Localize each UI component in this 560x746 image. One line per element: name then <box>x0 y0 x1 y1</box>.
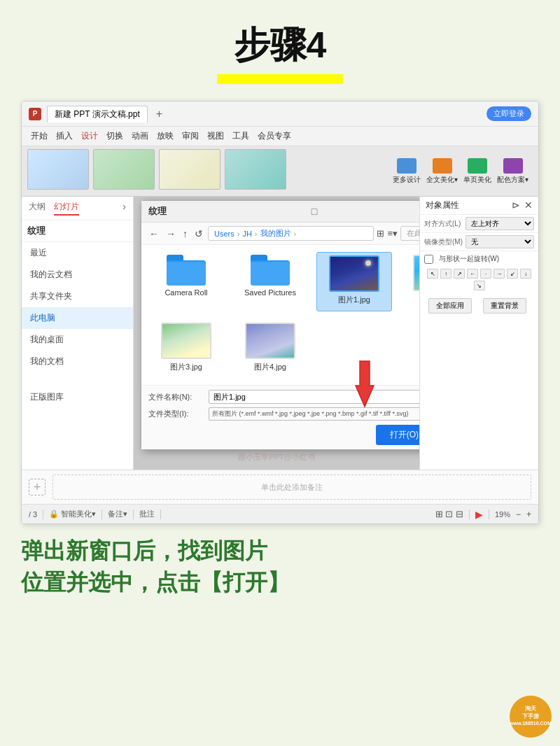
sort-icon[interactable]: ≡▾ <box>387 228 398 239</box>
arrow-left[interactable]: ← <box>467 269 478 279</box>
path-part-pictures[interactable]: 我的图片 <box>260 228 291 239</box>
tab-insert[interactable]: 插入 <box>52 129 76 143</box>
arrow-downright[interactable]: ↘ <box>474 281 485 290</box>
address-path[interactable]: Users › JH › 我的图片 › <box>208 226 374 241</box>
address-search[interactable]: 在此电脑中搜索 <box>400 226 419 241</box>
zoom-minus-btn[interactable]: − <box>516 509 521 519</box>
beautify-all-btn[interactable]: 全文美化▾ <box>426 158 458 185</box>
sidebar-item-library[interactable]: 正版图库 <box>22 386 133 408</box>
status-sep6 <box>489 509 489 519</box>
rotate-checkbox[interactable] <box>424 255 433 264</box>
thumb2[interactable] <box>93 149 155 190</box>
mirror-type-label: 镜像类型(M) <box>424 237 463 247</box>
file-item-img1[interactable]: 图片1.jpg <box>316 252 392 311</box>
nav-up-btn[interactable]: ↑ <box>181 228 190 239</box>
close-rsp-icon[interactable]: ✕ <box>524 199 533 211</box>
sidebar-item-shared[interactable]: 共享文件夹 <box>22 286 133 307</box>
sidebar-item-recent[interactable]: 最近 <box>22 242 133 264</box>
tab-start[interactable]: 开始 <box>27 129 51 143</box>
texture-label: 纹理 <box>22 220 133 242</box>
arrow-right[interactable]: → <box>493 269 505 279</box>
notes-btn[interactable]: 备注▾ <box>108 509 127 519</box>
tab-transition[interactable]: 切换 <box>103 129 127 143</box>
tab-slides[interactable]: 幻灯片 <box>54 201 79 216</box>
align-style-select[interactable]: 左上对齐 <box>465 217 534 230</box>
ribbon-menu: 开始 插入 设计 切换 动画 放映 审阅 视图 工具 会员专享 <box>27 129 295 143</box>
tab-slideshow[interactable]: 放映 <box>153 129 177 143</box>
filename-input[interactable] <box>209 390 419 404</box>
file-item-img2[interactable]: 图片2.jpg <box>400 252 419 311</box>
arrow-upright[interactable]: ↗ <box>454 269 465 279</box>
sidebar-item-desktop[interactable]: 我的桌面 <box>22 329 133 351</box>
comment-btn[interactable]: 批注 <box>139 509 155 519</box>
align-style-label: 对齐方式(L) <box>424 219 463 229</box>
pin-icon[interactable]: ⊳ <box>512 199 520 211</box>
file-item-img3[interactable]: 图片3.jpg <box>148 320 224 378</box>
play-btn[interactable]: ▶ <box>475 509 483 520</box>
nav-refresh-btn[interactable]: ↺ <box>192 228 205 239</box>
tab-view[interactable]: 视图 <box>204 129 227 143</box>
svg-marker-0 <box>356 361 374 407</box>
more-design-btn[interactable]: 更多设计 <box>393 158 421 185</box>
file-item-saved-pictures[interactable]: Saved Pictures <box>232 252 308 311</box>
panel-arrow[interactable]: › <box>122 201 126 216</box>
dialog-min-icon[interactable]: □ <box>312 206 317 217</box>
layout-icons[interactable]: ⊞ <box>377 228 384 239</box>
filetype-select[interactable]: 所有图片 (*.emf *.wmf *.jpg *.jpeg *.jpe *.p… <box>209 407 419 421</box>
file-name: 新建 PPT 演示文稿.ppt <box>47 106 148 122</box>
apply-all-button[interactable]: 全部应用 <box>428 298 472 314</box>
reset-bg-button[interactable]: 重置背景 <box>483 298 526 314</box>
view-icons: ⊞ ⊡ ⊟ <box>435 509 463 519</box>
arrow-center[interactable]: · <box>480 269 491 279</box>
rsp-icon-buttons: ⊳ ✕ <box>512 199 533 211</box>
beautify-page-btn[interactable]: 单页美化 <box>463 158 491 185</box>
thumb4[interactable] <box>225 149 286 190</box>
smart-btn[interactable]: 🔒 智能美化▾ <box>49 509 96 519</box>
path-sep2: › <box>255 230 258 238</box>
thumb3[interactable] <box>159 149 220 190</box>
status-sep4 <box>160 509 161 519</box>
dialog-buttons: 打开(O) 取消 <box>148 425 419 445</box>
tab-design[interactable]: 设计 <box>78 129 102 143</box>
arrow-up[interactable]: ↑ <box>440 269 451 279</box>
sidebar-item-computer[interactable]: 此电脑 <box>22 307 133 329</box>
tab-animation[interactable]: 动画 <box>128 129 152 143</box>
tab-member[interactable]: 会员专享 <box>254 129 295 143</box>
file-item-img4[interactable]: 图片4.jpg <box>232 320 308 378</box>
img3-thumb <box>161 323 211 359</box>
thumb1[interactable] <box>27 149 89 190</box>
apply-reset-row: 全部应用 重置背景 <box>420 293 538 319</box>
main-content: 大纲 幻灯片 › 纹理 最近 我的云文档 共享文件夹 此电脑 我的桌面 我的文档… <box>22 197 538 470</box>
nav-back-btn[interactable]: ← <box>147 228 161 239</box>
arrow-upleft[interactable]: ↖ <box>427 269 438 279</box>
tab-outline[interactable]: 大纲 <box>29 201 46 216</box>
tab-tools[interactable]: 工具 <box>229 129 253 143</box>
slide-thumbnails-row: 更多设计 全文美化▾ 单页美化 配色方案▾ <box>22 146 538 197</box>
address-bar: ← → ↑ ↺ Users › JH › 我的图片 › ⊞ ≡▾ 在此电脑中搜索 <box>141 223 419 245</box>
instruction-line2: 位置并选中，点击【打开】 <box>21 567 539 598</box>
mirror-type-select[interactable]: 无 <box>465 235 534 248</box>
path-part-jh[interactable]: JH <box>242 230 251 238</box>
color-scheme-btn[interactable]: 配色方案▾ <box>497 158 528 185</box>
nav-forward-btn[interactable]: → <box>164 228 178 239</box>
step-title: 步骤4 <box>234 21 327 70</box>
arrow-downleft[interactable]: ↙ <box>507 269 518 279</box>
img4-thumb <box>245 323 295 359</box>
file-item-camera-roll[interactable]: Camera Roll <box>148 252 224 311</box>
folder-icon-camera <box>167 255 206 286</box>
red-arrow <box>346 358 384 413</box>
slide-notes-placeholder[interactable]: 单击此处添加备注 <box>52 474 531 500</box>
arrow-down[interactable]: ↓ <box>520 269 531 279</box>
align-style-row: 对齐方式(L) 左上对齐 <box>420 215 538 233</box>
tab-review[interactable]: 审阅 <box>178 129 202 143</box>
zoom-plus-btn[interactable]: + <box>526 509 531 519</box>
right-panel-header: 对象属性 ⊳ ✕ <box>420 197 538 215</box>
sidebar-item-documents[interactable]: 我的文档 <box>22 351 133 372</box>
sidebar-item-cloud[interactable]: 我的云文档 <box>22 264 133 286</box>
new-tab-btn[interactable]: + <box>156 108 162 120</box>
login-button[interactable]: 立即登录 <box>486 106 531 121</box>
design-tools: 更多设计 全文美化▾ 单页美化 配色方案▾ <box>388 149 533 193</box>
path-part-users[interactable]: Users <box>214 230 234 238</box>
add-slide-btn[interactable]: + <box>29 479 46 495</box>
open-button[interactable]: 打开(O) <box>376 425 419 445</box>
